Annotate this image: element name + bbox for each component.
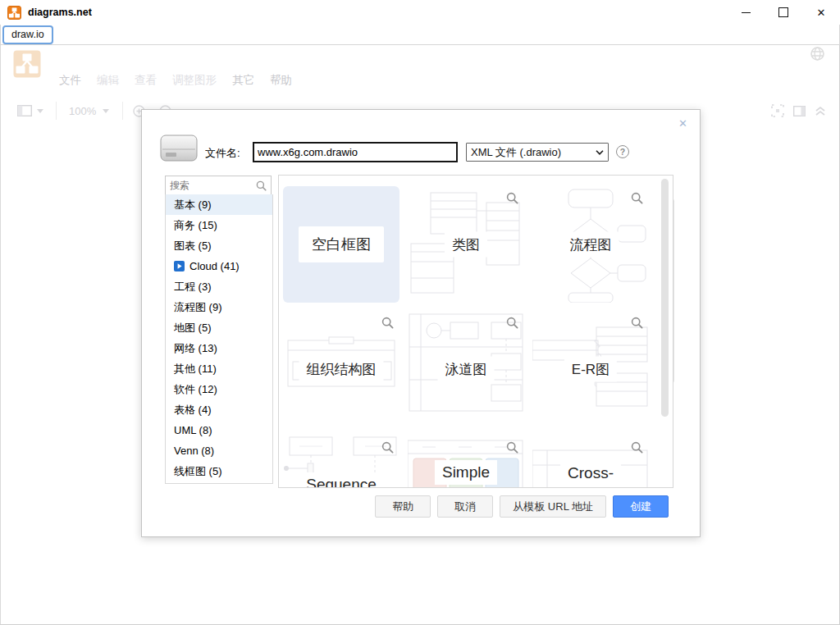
app-window: { "window": { "title": "diagrams.net", "… [0,0,840,625]
template-swimlane[interactable]: 泳道图 [408,311,524,427]
tab-drawio[interactable]: draw.io [2,25,53,44]
menu-file[interactable]: 文件 [59,73,81,88]
chevron-down-icon[interactable] [103,109,109,113]
drawio-logo-icon [13,50,41,81]
preview-zoom-icon[interactable] [506,192,518,208]
dialog-footer: 帮助取消从模板 URL 地址创建 [375,495,669,518]
search-box [165,176,272,195]
cancel-button[interactable]: 取消 [437,495,493,518]
menu-bar: 文件编辑查看调整图形其它帮助 [59,73,292,88]
close-button[interactable]: ✕ [802,0,840,25]
minimize-button[interactable] [727,0,765,25]
template-label: Simple [435,460,497,485]
sidebar-item-label: 地图 (5) [174,317,212,338]
sidebar-item-basic[interactable]: 基本 (9) [166,194,272,215]
dialog-close-icon[interactable]: ✕ [678,117,687,130]
sidebar-item-network[interactable]: 网络 (13) [166,338,272,358]
template-simple[interactable]: Simple [408,436,524,488]
template-flowchart[interactable]: 流程图 [532,186,649,303]
hard-drive-icon [160,131,198,167]
chevron-down-icon[interactable] [37,109,43,113]
create-button[interactable]: 创建 [613,495,669,518]
sidebar-item-maps[interactable]: 地图 (5) [166,317,272,338]
preview-zoom-icon[interactable] [506,317,518,332]
new-file-dialog: ✕ 文件名: XML 文件 (.drawio) ? [141,109,701,537]
sidebar-item-label: UML (8) [174,420,212,440]
template-label: E-R图 [564,357,617,382]
template-label: 泳道图 [438,357,495,382]
sidebar-item-label: 其他 (11) [174,358,217,379]
maximize-icon [778,7,788,17]
filename-input[interactable] [253,142,458,162]
sidebar-item-label: Venn (8) [174,440,214,461]
menu-arrange[interactable]: 调整图形 [172,73,217,88]
sidebar-item-business[interactable]: 商务 (15) [166,215,272,235]
format-panel-icon[interactable] [793,106,806,116]
filetype-selected-value: XML 文件 (.drawio) [471,145,561,160]
sidebar-item-label: 图表 (5) [174,235,212,256]
select-caret-icon [596,150,604,155]
sidebar-item-software[interactable]: 软件 (12) [166,379,272,399]
app-logo-icon [7,6,21,20]
toolbar-separator [122,102,123,120]
sidebar-item-label: 基本 (9) [174,194,212,215]
filetype-select[interactable]: XML 文件 (.drawio) [466,143,609,162]
sidebar-item-flowcharts[interactable]: 流程图 (9) [166,297,272,317]
category-list: 基本 (9)商务 (15)图表 (5)Cloud (41)工程 (3)流程图 (… [165,194,273,484]
sidebar-item-label: 商务 (15) [174,215,217,235]
preview-zoom-icon[interactable] [381,317,394,332]
template-er-diagram[interactable]: E-R图 [532,311,649,427]
template-url-button[interactable]: 从模板 URL 地址 [500,495,606,518]
menu-area: 文件编辑查看调整图形其它帮助 [0,45,840,97]
sidebar-item-uml[interactable]: UML (8) [166,420,272,440]
search-icon [256,180,267,191]
template-cross[interactable]: Cross- [532,436,649,488]
page-view-icon[interactable] [17,105,32,116]
maximize-button[interactable] [765,0,802,25]
search-input[interactable] [166,180,254,191]
template-label: 类图 [445,232,487,258]
help-icon[interactable]: ? [616,145,629,158]
preview-zoom-icon[interactable] [631,192,643,208]
window-controls: ✕ [727,0,840,25]
sidebar-item-engineering[interactable]: 工程 (3) [166,276,272,297]
sidebar-item-label: 软件 (12) [174,379,217,399]
template-scrollbar-thumb[interactable] [661,179,669,417]
template-org-chart[interactable]: 组织结构图 [283,311,399,427]
toolbar-separator [56,102,57,120]
sidebar-item-wireframes[interactable]: 线框图 (5) [166,461,272,481]
menu-view[interactable]: 查看 [135,73,157,88]
collapse-toolbar-icon[interactable] [815,106,826,116]
template-label: Cross- [560,461,621,486]
menu-edit[interactable]: 编辑 [97,73,119,88]
tab-strip: draw.io [0,25,840,45]
sidebar-item-venn[interactable]: Venn (8) [166,440,272,461]
template-class-diagram[interactable]: 类图 [408,186,524,303]
template-grid: 空白框图类图流程图组织结构图泳道图E-R图SequenceSimpleCross… [278,175,673,488]
template-sequence[interactable]: Sequence [283,436,399,488]
template-label: 流程图 [563,232,619,258]
sidebar-item-label: 流程图 (9) [174,297,222,317]
toolbar-right-group [771,97,826,125]
window-title: diagrams.net [28,7,92,18]
zoom-level[interactable]: 100% [69,105,96,117]
preview-zoom-icon[interactable] [506,441,518,457]
menu-help[interactable]: 帮助 [270,73,292,88]
minimize-icon [742,12,751,13]
template-label: Sequence [299,472,384,488]
sidebar-item-other[interactable]: 其他 (11) [166,358,272,379]
preview-zoom-icon[interactable] [631,441,643,457]
play-video-icon [174,261,185,271]
menu-extras[interactable]: 其它 [232,73,254,88]
help-button[interactable]: 帮助 [375,495,431,518]
template-label: 空白框图 [299,226,384,262]
close-icon: ✕ [817,7,826,19]
sidebar-item-tables[interactable]: 表格 (4) [166,399,272,420]
template-blank[interactable]: 空白框图 [283,186,399,303]
language-globe-icon[interactable] [810,47,824,64]
sidebar-item-cloud[interactable]: Cloud (41) [166,256,272,276]
preview-zoom-icon[interactable] [631,317,643,332]
preview-zoom-icon[interactable] [381,441,394,457]
fit-page-icon[interactable] [771,104,784,117]
sidebar-item-charts[interactable]: 图表 (5) [166,235,272,256]
